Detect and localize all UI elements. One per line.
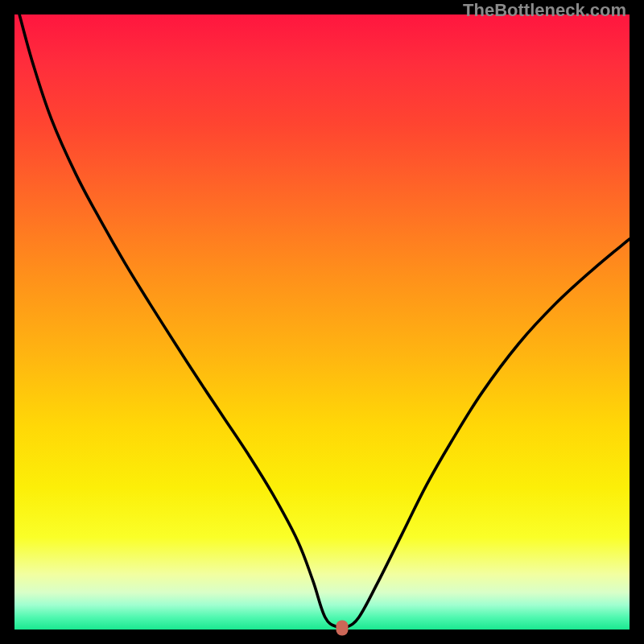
chart-container: TheBottleneck.com <box>0 0 644 644</box>
bottleneck-curve <box>19 14 630 629</box>
minimum-marker <box>336 621 349 636</box>
curve-svg <box>14 14 630 630</box>
watermark-text: TheBottleneck.com <box>463 0 626 21</box>
